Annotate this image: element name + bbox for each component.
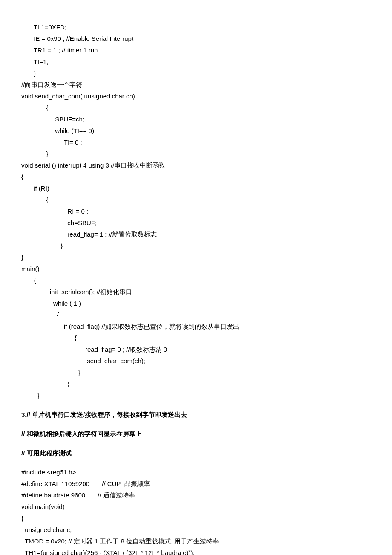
- code-line: IE = 0x90 ; //Enable Serial Interrupt: [21, 33, 371, 44]
- code-line: TL1=0XFD;: [21, 21, 371, 33]
- code-line: #define baudrate 9600 // 通信波特率: [21, 489, 371, 501]
- code-line: }: [21, 390, 371, 401]
- code-line: SBUF=ch;: [21, 113, 371, 125]
- code-line: read_flag= 0 ; //取数标志清 0: [21, 344, 371, 355]
- code-line: }: [21, 67, 371, 79]
- code-line: unsigned char c;: [21, 524, 371, 535]
- code-line: #include <reg51.h>: [21, 466, 371, 478]
- code-line: TH1=(unsigned char)(256 - (XTAL / (32L *…: [21, 547, 371, 555]
- code-line: {: [21, 102, 371, 113]
- code-line: }: [21, 148, 371, 159]
- code-line: ch=SBUF;: [21, 217, 371, 228]
- code-line: if (read_flag) //如果取数标志已置位，就将读到的数从串口发出: [21, 321, 371, 332]
- section-heading-3: 3.// 单片机串行口发送/接收程序，每接收到字节即发送出去: [21, 409, 371, 420]
- code-line: read_flag= 1 ; //就置位取数标志: [21, 228, 371, 240]
- code-line: if (RI): [21, 182, 371, 194]
- code-line: #define XTAL 11059200 // CUP 晶振频率: [21, 478, 371, 489]
- code-line: {: [21, 171, 371, 182]
- code-line: }: [21, 251, 371, 263]
- code-line: {: [21, 275, 371, 286]
- code-block-2: #include <reg51.h> #define XTAL 11059200…: [21, 466, 371, 555]
- code-line: {: [21, 194, 371, 205]
- code-block-1: TL1=0XFD; IE = 0x90 ; //Enable Serial In…: [21, 21, 371, 401]
- code-line: while ( 1 ): [21, 298, 371, 309]
- section-heading-5: // 可用此程序测试: [21, 447, 371, 459]
- code-line: {: [21, 309, 371, 321]
- code-line: TI=1;: [21, 56, 371, 67]
- code-line: init_serialcom(); //初始化串口: [21, 286, 371, 298]
- code-line: }: [21, 378, 371, 390]
- code-line: TMOD = 0x20; // 定时器 1 工作于 8 位自动重载模式, 用于产…: [21, 535, 371, 547]
- code-line: TI= 0 ;: [21, 136, 371, 148]
- code-line: void serial () interrupt 4 using 3 //串口接…: [21, 159, 371, 171]
- code-line: while (TI== 0);: [21, 125, 371, 136]
- code-line: }: [21, 240, 371, 251]
- code-line: }: [21, 367, 371, 378]
- code-line: void main(void): [21, 501, 371, 512]
- code-line: {: [21, 512, 371, 524]
- code-line: send_char_com(ch);: [21, 355, 371, 367]
- code-line: void send_char_com( unsigned char ch): [21, 90, 371, 102]
- code-line: //向串口发送一个字符: [21, 79, 371, 90]
- code-line: RI = 0 ;: [21, 205, 371, 217]
- section-heading-4: // 和微机相接后键入的字符回显示在屏幕上: [21, 428, 371, 439]
- code-line: {: [21, 332, 371, 344]
- code-line: main(): [21, 263, 371, 275]
- code-line: TR1 = 1 ; // timer 1 run: [21, 44, 371, 56]
